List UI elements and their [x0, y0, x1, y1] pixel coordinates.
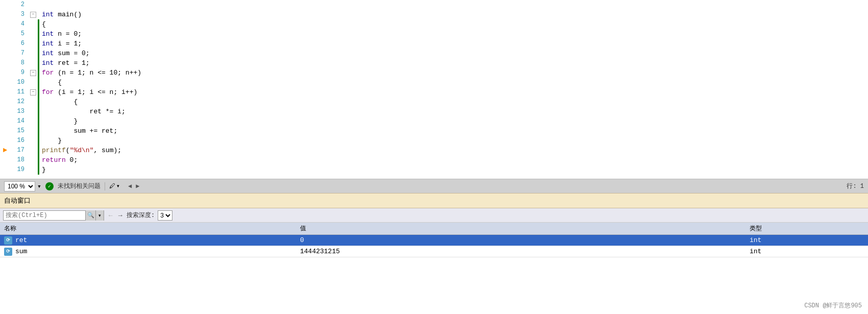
arrow-col: [0, 49, 10, 58]
line-gutter: [29, 78, 38, 87]
line-content: }: [40, 116, 868, 126]
line-number: 3: [10, 10, 29, 19]
token-kw2: for: [42, 69, 54, 77]
arrow-col: [0, 165, 10, 175]
code-line: 2: [0, 0, 868, 10]
zoom-select[interactable]: 100 %: [4, 181, 35, 191]
line-gutter: [29, 39, 38, 49]
header-type: 类型: [746, 224, 868, 233]
depth-label: 搜索深度:: [127, 211, 155, 220]
token-kw2: for: [42, 88, 54, 96]
code-line: 18return 0;: [0, 155, 868, 165]
var-type-cell: int: [746, 248, 868, 255]
line-gutter: [29, 29, 38, 39]
arrow-col: [0, 116, 10, 126]
line-gutter[interactable]: −: [29, 87, 38, 97]
var-name-cell: ⟳ret: [0, 236, 296, 245]
line-number: 13: [10, 107, 29, 116]
line-content: int i = 1;: [40, 39, 868, 49]
code-line: ►17printf("%d\n", sum);: [0, 146, 868, 155]
search-button[interactable]: 🔍: [85, 210, 95, 221]
line-number: 5: [10, 29, 29, 39]
line-content: int main(): [40, 10, 868, 19]
token-text: (n = 1; n <= 10; n++): [54, 69, 141, 77]
edit-actions[interactable]: 🖊 ▾: [109, 182, 120, 190]
watermark: CSDN @鲜于言悠905: [804, 301, 862, 310]
table-row[interactable]: ⟳ret0int: [0, 235, 868, 246]
var-name-cell: ⟳sum: [0, 248, 296, 256]
depth-select[interactable]: 3 1 2 4 5: [158, 210, 172, 221]
var-type-cell: int: [746, 236, 868, 244]
fold-indicator[interactable]: −: [30, 12, 36, 18]
arrow-col: [0, 29, 10, 39]
code-line: 5int n = 0;: [0, 29, 868, 39]
nav-back-button[interactable]: ←: [107, 211, 114, 219]
line-number: 11: [10, 87, 29, 97]
line-content: {: [40, 78, 868, 87]
status-icon: ✓: [45, 182, 54, 190]
search-input[interactable]: [4, 211, 85, 220]
code-line: 15 sum += ret;: [0, 126, 868, 136]
arrow-col: ►: [0, 146, 10, 155]
search-input-wrap[interactable]: 🔍 ▾: [3, 210, 104, 221]
code-line: 4{: [0, 19, 868, 29]
line-content: int n = 0;: [40, 29, 868, 39]
arrow-col: [0, 39, 10, 49]
zoom-control[interactable]: 100 % ▾: [4, 181, 41, 191]
auto-window-header: 自动窗口: [0, 193, 868, 208]
code-line: 7int sum = 0;: [0, 49, 868, 58]
line-number: 12: [10, 97, 29, 107]
code-line: 10 {: [0, 78, 868, 87]
var-icon: ⟳: [4, 236, 12, 245]
token-kw: int: [42, 11, 54, 18]
code-line: 14 }: [0, 116, 868, 126]
arrow-col: [0, 107, 10, 116]
scroll-left-icon[interactable]: ◀: [128, 182, 132, 190]
arrow-col: [0, 58, 10, 68]
line-number: 18: [10, 155, 29, 165]
code-line: 11−for (i = 1; i <= n; i++): [0, 87, 868, 97]
vars-table-body: ⟳ret0int⟳sum1444231215int: [0, 235, 868, 257]
auto-window-title: 自动窗口: [4, 196, 31, 205]
line-number: 6: [10, 39, 29, 49]
var-name-text: sum: [15, 248, 27, 255]
token-fn: printf: [42, 147, 66, 154]
arrow-col: [0, 155, 10, 165]
token-kw: int: [42, 50, 54, 57]
table-row[interactable]: ⟳sum1444231215int: [0, 246, 868, 257]
code-line: 9−for (n = 1; n <= 10; n++): [0, 68, 868, 78]
code-line: 3−int main(): [0, 10, 868, 19]
line-gutter: [29, 116, 38, 126]
line-gutter: [29, 146, 38, 155]
line-content: {: [40, 19, 868, 29]
line-content: ret *= i;: [40, 107, 868, 116]
arrow-col: [0, 10, 10, 19]
line-gutter: [29, 155, 38, 165]
line-gutter: [29, 49, 38, 58]
arrow-col: [0, 0, 10, 10]
status-bar: 100 % ▾ ✓ 未找到相关问题 🖊 ▾ ◀ ▶ 行: 1: [0, 179, 868, 193]
line-content: [40, 0, 868, 10]
search-dropdown[interactable]: ▾: [95, 210, 104, 221]
line-gutter[interactable]: −: [29, 10, 38, 19]
token-text: (i = 1; i <= n; i++): [54, 88, 137, 96]
arrow-col: [0, 19, 10, 29]
var-icon: ⟳: [4, 248, 12, 256]
code-line: 19}: [0, 165, 868, 175]
fold-indicator[interactable]: −: [30, 70, 36, 76]
line-gutter: [29, 97, 38, 107]
nav-forward-button[interactable]: →: [117, 211, 123, 219]
line-content: int sum = 0;: [40, 49, 868, 58]
scroll-right-icon[interactable]: ▶: [136, 182, 139, 190]
line-content: {: [40, 97, 868, 107]
code-line: 16 }: [0, 136, 868, 146]
line-gutter[interactable]: −: [29, 68, 38, 78]
line-number: 8: [10, 58, 29, 68]
token-str: "%d\n": [70, 147, 94, 154]
header-name: 名称: [0, 224, 296, 233]
fold-indicator[interactable]: −: [30, 89, 36, 95]
code-line: 6int i = 1;: [0, 39, 868, 49]
line-content: int ret = 1;: [40, 58, 868, 68]
line-number: 15: [10, 126, 29, 136]
edit-icon: 🖊: [109, 182, 115, 190]
